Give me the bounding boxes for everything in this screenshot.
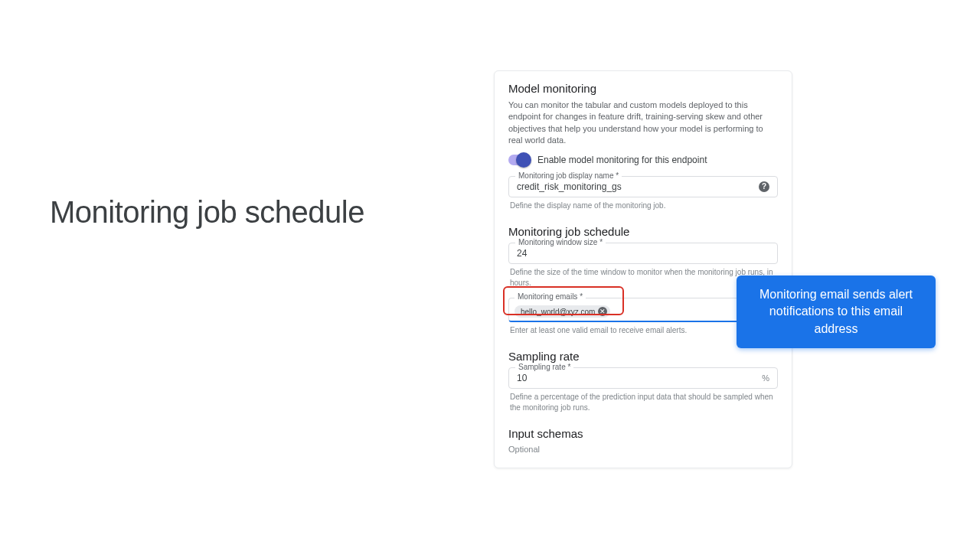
model-monitoring-heading: Model monitoring xyxy=(508,82,778,95)
input-schemas-optional: Optional xyxy=(508,445,778,454)
callout-tooltip: Monitoring email sends alert notificatio… xyxy=(737,276,936,348)
window-size-value: 24 xyxy=(517,248,769,259)
enable-monitoring-toggle[interactable] xyxy=(508,155,530,165)
chip-remove-icon[interactable]: ✕ xyxy=(598,307,607,316)
schedule-heading: Monitoring job schedule xyxy=(508,225,778,238)
help-icon[interactable]: ? xyxy=(759,181,769,192)
display-name-helper: Define the display name of the monitorin… xyxy=(510,201,776,211)
sampling-rate-value: 10 xyxy=(517,373,759,383)
enable-monitoring-toggle-label: Enable model monitoring for this endpoin… xyxy=(537,155,707,165)
window-size-label: Monitoring window size * xyxy=(515,238,606,246)
page-title: Monitoring job schedule xyxy=(50,195,364,230)
toggle-knob xyxy=(516,152,531,168)
window-size-input[interactable]: Monitoring window size * 24 xyxy=(508,243,778,264)
display-name-input[interactable]: Monitoring job display name * credit_ris… xyxy=(508,176,778,197)
input-schemas-heading: Input schemas xyxy=(508,427,778,440)
model-monitoring-panel: Model monitoring You can monitor the tab… xyxy=(494,70,792,468)
sampling-rate-helper: Define a percentage of the prediction in… xyxy=(510,392,776,413)
sampling-rate-label: Sampling rate * xyxy=(515,363,573,371)
emails-label: Monitoring emails * xyxy=(514,292,586,301)
display-name-value: credit_risk_monitoring_gs xyxy=(517,181,754,192)
display-name-label: Monitoring job display name * xyxy=(515,171,622,180)
sampling-heading: Sampling rate xyxy=(508,350,778,363)
email-chip-text: hello_world@xyz.com xyxy=(521,308,595,316)
callout-text: Monitoring email sends alert notificatio… xyxy=(760,288,913,335)
sampling-rate-input[interactable]: Sampling rate * 10 % xyxy=(508,367,778,389)
percent-suffix: % xyxy=(762,373,769,383)
model-monitoring-intro: You can monitor the tabular and custom m… xyxy=(508,99,778,147)
email-chip: hello_world@xyz.com ✕ xyxy=(514,305,610,318)
